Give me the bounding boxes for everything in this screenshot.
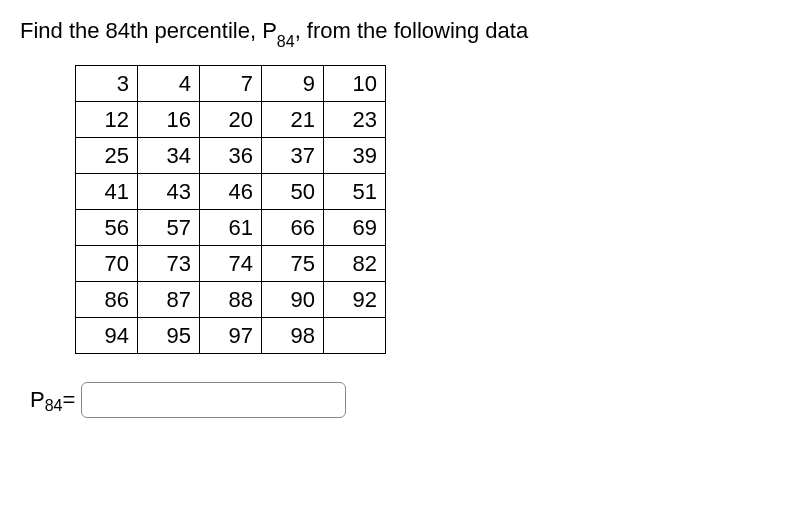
data-cell xyxy=(324,318,386,354)
answer-label-prefix: P xyxy=(30,387,45,413)
data-cell: 95 xyxy=(138,318,200,354)
table-row: 25 34 36 37 39 xyxy=(76,138,386,174)
data-cell: 20 xyxy=(200,102,262,138)
data-cell: 88 xyxy=(200,282,262,318)
data-cell: 69 xyxy=(324,210,386,246)
cell-value: 43 xyxy=(167,179,191,204)
question-suffix: , from the following data xyxy=(295,18,529,43)
data-cell: 97 xyxy=(200,318,262,354)
data-cell: 9 xyxy=(262,66,324,102)
data-cell: 7 xyxy=(200,66,262,102)
data-cell: 37 xyxy=(262,138,324,174)
data-cell: 4 xyxy=(138,66,200,102)
answer-label-subscript: 84 xyxy=(45,397,63,415)
data-cell: 39 xyxy=(324,138,386,174)
data-table: 3 4 7 9 10 12 16 20 21 23 25 34 36 37 39… xyxy=(75,65,386,354)
table-row: 94 95 97 98 xyxy=(76,318,386,354)
data-cell: 46 xyxy=(200,174,262,210)
data-cell: 56 xyxy=(76,210,138,246)
data-cell: 16 xyxy=(138,102,200,138)
data-cell: 98 xyxy=(262,318,324,354)
data-cell: 43 xyxy=(138,174,200,210)
data-cell: 34 xyxy=(138,138,200,174)
data-cell: 41 xyxy=(76,174,138,210)
data-cell: 36 xyxy=(200,138,262,174)
table-row: 12 16 20 21 23 xyxy=(76,102,386,138)
data-cell: 50 xyxy=(262,174,324,210)
table-row: 3 4 7 9 10 xyxy=(76,66,386,102)
data-cell: 86 xyxy=(76,282,138,318)
table-row: 41 43 46 50 51 xyxy=(76,174,386,210)
question-prefix: Find the 84th percentile, P xyxy=(20,18,277,43)
percentile-answer-input[interactable] xyxy=(81,382,346,418)
data-cell: 87 xyxy=(138,282,200,318)
data-cell: 25 xyxy=(76,138,138,174)
table-row: 70 73 74 75 82 xyxy=(76,246,386,282)
data-cell: 66 xyxy=(262,210,324,246)
data-cell: 57 xyxy=(138,210,200,246)
data-cell: 51 xyxy=(324,174,386,210)
data-cell: 23 xyxy=(324,102,386,138)
question-text: Find the 84th percentile, P84, from the … xyxy=(20,18,776,47)
data-cell: 94 xyxy=(76,318,138,354)
data-cell: 74 xyxy=(200,246,262,282)
answer-label-suffix: = xyxy=(62,387,75,413)
data-cell: 3 xyxy=(76,66,138,102)
question-subscript: 84 xyxy=(277,33,295,50)
table-row: 56 57 61 66 69 xyxy=(76,210,386,246)
data-cell: 90 xyxy=(262,282,324,318)
data-cell: 10 xyxy=(324,66,386,102)
data-cell: 82 xyxy=(324,246,386,282)
data-cell: 70 xyxy=(76,246,138,282)
data-cell: 21 xyxy=(262,102,324,138)
answer-label: P84 = xyxy=(30,387,75,413)
data-cell: 61 xyxy=(200,210,262,246)
answer-row: P84 = xyxy=(30,382,776,418)
data-cell: 75 xyxy=(262,246,324,282)
data-cell: 73 xyxy=(138,246,200,282)
data-cell: 12 xyxy=(76,102,138,138)
table-row: 86 87 88 90 92 xyxy=(76,282,386,318)
data-cell: 92 xyxy=(324,282,386,318)
